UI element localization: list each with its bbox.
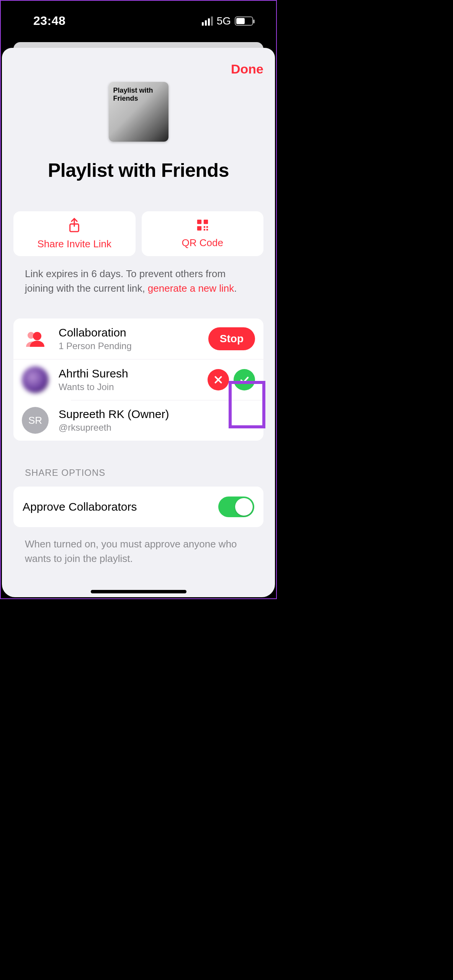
status-bar: 23:48 5G (1, 1, 276, 41)
approve-collaborators-label: Approve Collaborators (23, 500, 137, 513)
svg-point-9 (33, 332, 41, 340)
collaborators-list: Collaboration 1 Person Pending Stop Ahrt… (13, 318, 263, 441)
svg-rect-4 (204, 226, 205, 228)
status-right: 5G (202, 15, 253, 27)
qr-code-label: QR Code (182, 237, 223, 249)
approve-collaborator-button[interactable] (234, 369, 255, 390)
owner-avatar: SR (22, 407, 49, 434)
done-button[interactable]: Done (231, 62, 263, 77)
playlist-cover-text: Playlist with Friends (113, 87, 164, 102)
playlist-cover: Playlist with Friends (109, 82, 168, 142)
network-type: 5G (217, 15, 231, 27)
svg-rect-5 (206, 226, 208, 228)
share-actions: Share Invite Link QR Code (2, 211, 275, 256)
stop-collaboration-button[interactable]: Stop (208, 327, 255, 350)
generate-new-link[interactable]: generate a new link (148, 283, 234, 294)
pending-avatar (22, 366, 49, 393)
svg-rect-1 (197, 220, 201, 224)
battery-icon (235, 16, 253, 26)
people-icon (22, 325, 49, 352)
collaboration-sub: 1 Person Pending (59, 341, 208, 351)
manage-collaboration-sheet: Done Playlist with Friends Playlist with… (2, 48, 275, 597)
playlist-cover-wrap: Playlist with Friends (2, 82, 275, 142)
pending-collaborator-row: Ahrthi Suresh Wants to Join (13, 359, 263, 400)
share-invite-link-label: Share Invite Link (37, 238, 111, 250)
svg-rect-7 (206, 229, 208, 230)
share-invite-link-button[interactable]: Share Invite Link (13, 211, 136, 256)
approve-collaborators-toggle[interactable] (218, 497, 254, 517)
link-expiry-info: Link expires in 6 days. To prevent other… (2, 267, 275, 296)
owner-handle: @rksupreeth (59, 422, 255, 433)
collaboration-title: Collaboration (59, 326, 208, 339)
svg-rect-3 (197, 226, 201, 230)
approve-collaborators-row: Approve Collaborators (13, 487, 263, 527)
decline-collaborator-button[interactable] (208, 369, 229, 390)
pending-sub: Wants to Join (59, 382, 203, 392)
device-frame: 23:48 5G Done Playlist with Friends Play… (0, 0, 277, 599)
qr-code-icon (196, 219, 209, 233)
qr-code-button[interactable]: QR Code (142, 211, 264, 256)
owner-name: Supreeth RK (Owner) (59, 408, 255, 421)
cellular-signal-icon (202, 16, 213, 26)
pending-name: Ahrthi Suresh (59, 367, 203, 380)
svg-rect-2 (204, 220, 208, 224)
link-expiry-suffix: . (234, 283, 237, 294)
owner-row: SR Supreeth RK (Owner) @rksupreeth (13, 400, 263, 441)
sheet-header: Done (2, 48, 275, 80)
playlist-title: Playlist with Friends (13, 159, 263, 181)
svg-rect-6 (204, 229, 205, 230)
share-options-section-label: SHARE OPTIONS (2, 467, 275, 478)
share-icon (68, 217, 81, 234)
home-indicator[interactable] (91, 590, 186, 593)
owner-initials: SR (28, 415, 42, 426)
approve-collaborators-helper: When turned on, you must approve anyone … (2, 537, 275, 566)
collaboration-header-row: Collaboration 1 Person Pending Stop (13, 318, 263, 359)
status-time: 23:48 (33, 14, 65, 28)
